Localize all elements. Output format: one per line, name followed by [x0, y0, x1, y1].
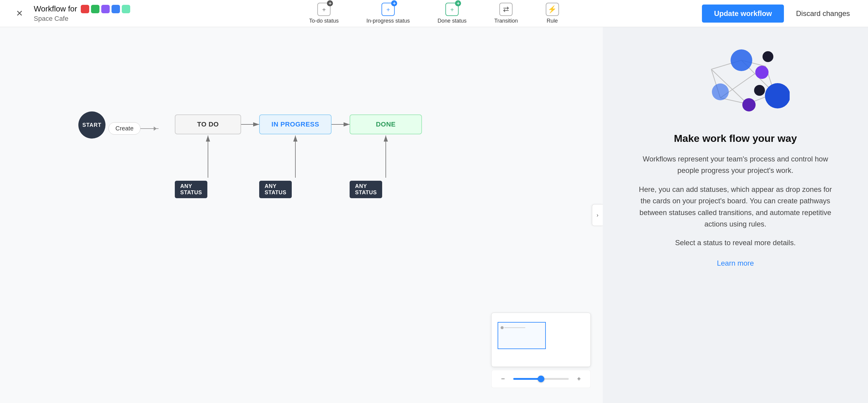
header-toolbar: ＋ ＋ To-do status ＋ ＋ In-progress status …: [304, 0, 564, 27]
todo-status-label: To-do status: [309, 18, 339, 24]
mini-map: [491, 313, 591, 367]
any-status-todo: ANY STATUS: [175, 181, 207, 198]
rule-icon: ⚡: [546, 3, 559, 16]
close-icon: ✕: [16, 8, 23, 19]
plus-badge-done: ＋: [455, 0, 461, 6]
discard-changes-button[interactable]: Discard changes: [790, 4, 856, 23]
inprogress-label: IN PROGRESS: [272, 121, 319, 128]
done-node[interactable]: DONE: [350, 114, 422, 134]
create-arrow: [141, 128, 158, 129]
svg-point-16: [763, 51, 773, 62]
start-label: START: [82, 122, 101, 128]
rule-label: Rule: [547, 18, 558, 24]
inprogress-node[interactable]: IN PROGRESS: [259, 114, 332, 134]
transition-label: Transition: [494, 18, 518, 24]
todo-status-button[interactable]: ＋ ＋ To-do status: [304, 0, 344, 27]
inprogress-status-button[interactable]: ＋ ＋ In-progress status: [362, 0, 415, 27]
todo-status-icon: ＋ ＋: [317, 3, 331, 16]
panel-desc-3: Select a status to reveal more details.: [675, 237, 796, 248]
mini-map-dot: [501, 326, 504, 329]
workflow-for-label: Workflow for: [34, 4, 77, 13]
todo-label: TO DO: [197, 121, 219, 128]
zoom-out-button[interactable]: −: [498, 373, 508, 384]
mini-map-viewport: [498, 322, 546, 349]
dot-purple: [101, 5, 110, 13]
transition-button[interactable]: ⇄ Transition: [490, 0, 523, 27]
inprogress-status-icon: ＋ ＋: [381, 3, 395, 16]
mini-map-line: [504, 327, 525, 328]
svg-point-17: [755, 66, 769, 79]
network-svg: [681, 45, 789, 117]
done-status-icon: ＋ ＋: [445, 3, 459, 16]
network-illustration: [681, 45, 789, 117]
zoom-controls: − +: [491, 370, 591, 388]
right-panel: Make work flow your way Workflows repres…: [603, 27, 868, 403]
plus-badge-todo: ＋: [327, 0, 333, 6]
header-left: Workflow for Space Cafe: [34, 4, 130, 23]
transition-icon: ⇄: [499, 3, 513, 16]
create-transition[interactable]: Create: [108, 122, 158, 135]
panel-title: Make work flow your way: [674, 133, 797, 144]
plus-icon: ＋: [321, 5, 327, 13]
svg-point-20: [765, 83, 789, 108]
main-content: START Create TO DO IN PROGRESS DONE: [0, 27, 868, 403]
dot-teal: [122, 5, 130, 13]
learn-more-link[interactable]: Learn more: [717, 259, 754, 267]
zoom-thumb: [538, 376, 544, 382]
todo-node[interactable]: TO DO: [175, 114, 241, 134]
rule-button[interactable]: ⚡ Rule: [541, 0, 564, 27]
inprogress-status-label: In-progress status: [367, 18, 410, 24]
create-label: Create: [108, 122, 141, 135]
svg-point-21: [742, 98, 755, 111]
header-actions: Update workflow Discard changes: [702, 4, 856, 23]
plus-icon-blue: ＋: [385, 5, 391, 13]
dot-green: [91, 5, 99, 13]
dot-blue: [112, 5, 120, 13]
project-name: Space Cafe: [34, 15, 130, 23]
plus-icon-green: ＋: [449, 5, 455, 13]
any-status-done: ANY STATUS: [350, 181, 382, 198]
done-status-label: Done status: [438, 18, 467, 24]
zoom-slider[interactable]: [513, 378, 569, 380]
dot-red: [81, 5, 89, 13]
workflow-canvas[interactable]: START Create TO DO IN PROGRESS DONE: [0, 27, 603, 403]
header: ✕ Workflow for Space Cafe ＋ ＋ To-do stat…: [0, 0, 868, 27]
collapse-panel-button[interactable]: ›: [592, 204, 603, 226]
done-status-button[interactable]: ＋ ＋ Done status: [433, 0, 471, 27]
any-status-inprogress: ANY STATUS: [259, 181, 292, 198]
update-workflow-button[interactable]: Update workflow: [702, 4, 784, 23]
start-node: START: [79, 111, 105, 139]
zoom-in-button[interactable]: +: [574, 373, 584, 384]
done-label: DONE: [376, 121, 396, 128]
plus-badge-inprogress: ＋: [391, 0, 397, 6]
header-title-row: Workflow for: [34, 4, 130, 13]
svg-point-18: [754, 85, 765, 96]
svg-point-19: [712, 83, 729, 100]
close-button[interactable]: ✕: [12, 6, 27, 21]
panel-desc-2: Here, you can add statuses, which appear…: [633, 184, 838, 230]
color-dots: [81, 5, 130, 13]
svg-point-15: [731, 49, 752, 71]
panel-desc-1: Workflows represent your team's process …: [633, 153, 838, 176]
